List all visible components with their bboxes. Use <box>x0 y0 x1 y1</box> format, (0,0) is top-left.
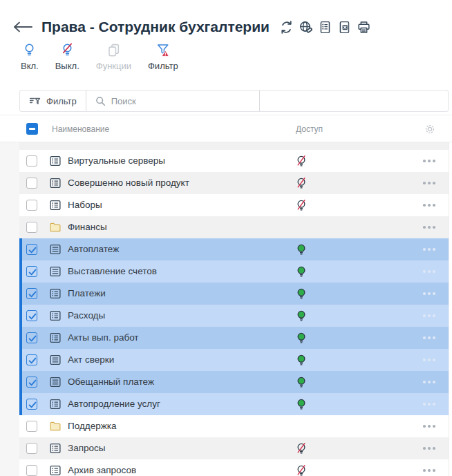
row-checkbox[interactable] <box>26 377 37 388</box>
row-actions-icon[interactable] <box>423 403 435 406</box>
folder-icon <box>49 420 62 432</box>
column-header-access: Доступ <box>296 115 323 143</box>
row-actions-icon[interactable] <box>423 204 435 207</box>
page-title: Права - Сотрудник бухгалтерии <box>41 19 270 35</box>
search-placeholder: Поиск <box>111 96 136 106</box>
checkmark-icon <box>28 400 37 410</box>
header-action-icons <box>279 20 371 35</box>
row-checkbox[interactable] <box>26 155 37 166</box>
row-checkbox[interactable] <box>26 200 37 211</box>
table-row[interactable]: Виртуальные серверы <box>19 150 449 172</box>
row-label: Обещанный платеж <box>68 371 154 393</box>
row-checkbox[interactable] <box>26 443 37 454</box>
access-on-icon <box>296 310 306 322</box>
table-row[interactable]: Наборы <box>19 194 449 216</box>
enable-button[interactable]: Вкл. <box>21 43 39 71</box>
list-document-icon <box>49 177 62 189</box>
row-checkbox[interactable] <box>26 244 37 255</box>
access-off-icon <box>296 465 306 476</box>
access-off-icon <box>296 443 306 455</box>
back-arrow-icon[interactable] <box>12 21 33 33</box>
row-actions-icon[interactable] <box>423 447 435 450</box>
toolbar: Вкл. Выкл. Функции Фильтр <box>21 43 178 71</box>
row-checkbox[interactable] <box>26 310 37 321</box>
access-on-icon <box>296 332 306 344</box>
row-checkbox[interactable] <box>26 399 37 410</box>
functions-button[interactable]: Функции <box>96 43 131 71</box>
excel-export-icon[interactable] <box>337 20 352 35</box>
select-all-checkbox[interactable] <box>26 123 38 135</box>
row-label: Финансы <box>68 216 107 238</box>
column-header-name: Наименование <box>52 115 109 143</box>
row-label: Платежи <box>68 283 106 305</box>
disable-button[interactable]: Выкл. <box>55 43 79 71</box>
row-actions-icon[interactable] <box>423 336 435 339</box>
row-checkbox[interactable] <box>26 465 37 476</box>
table-row[interactable]: Автопродление услуг <box>19 393 449 415</box>
table-row[interactable]: Акт сверки <box>19 349 449 371</box>
table-row[interactable]: Поддержка <box>19 415 449 437</box>
row-actions-icon[interactable] <box>423 226 435 229</box>
table-row[interactable]: Обещанный платеж <box>19 371 449 393</box>
row-label: Виртуальные серверы <box>68 150 165 172</box>
disable-label: Выкл. <box>55 61 79 71</box>
folder-icon <box>49 221 62 234</box>
search-icon <box>95 96 106 106</box>
checkmark-icon <box>28 312 37 321</box>
row-checkbox[interactable] <box>26 421 37 432</box>
card-lines-icon <box>49 243 62 256</box>
table-row[interactable]: Акты вып. работ <box>19 327 449 349</box>
enable-label: Вкл. <box>21 61 39 71</box>
row-actions-icon[interactable] <box>423 359 435 361</box>
list-document-icon <box>49 442 62 455</box>
row-actions-icon[interactable] <box>423 182 435 184</box>
filter-button[interactable]: Фильтр <box>148 43 178 71</box>
row-actions-icon[interactable] <box>423 314 435 317</box>
row-actions-icon[interactable] <box>423 469 435 472</box>
table-spacer <box>19 142 449 150</box>
web-link-icon[interactable] <box>299 20 313 35</box>
list-document-icon <box>49 464 62 476</box>
row-checkbox[interactable] <box>26 288 37 299</box>
gear-icon[interactable] <box>424 124 435 135</box>
functions-label: Функции <box>96 61 131 71</box>
table-row[interactable]: Запросы <box>19 437 449 459</box>
access-off-icon <box>296 200 306 211</box>
access-on-icon <box>296 377 306 388</box>
print-icon[interactable] <box>357 20 371 35</box>
row-actions-icon[interactable] <box>423 292 435 295</box>
row-actions-icon[interactable] <box>423 248 435 251</box>
row-actions-icon[interactable] <box>423 381 435 383</box>
row-checkbox[interactable] <box>26 266 37 277</box>
access-on-icon <box>296 244 306 256</box>
filter-menu-button[interactable]: Фильтр <box>20 91 86 111</box>
list-document-icon <box>49 155 62 167</box>
row-actions-icon[interactable] <box>423 270 435 273</box>
search-input[interactable]: Поиск <box>86 91 259 111</box>
table-header: Наименование Доступ <box>0 115 452 142</box>
row-actions-icon[interactable] <box>423 160 435 162</box>
row-checkbox[interactable] <box>26 354 37 365</box>
row-actions-icon[interactable] <box>423 425 435 428</box>
table-row[interactable]: Совершенно новый продукт <box>19 172 449 194</box>
funnel-lines-icon <box>29 96 41 106</box>
table-row[interactable]: Выставление счетов <box>19 260 449 283</box>
row-checkbox[interactable] <box>26 332 37 343</box>
table-row[interactable]: Автоплатеж <box>19 238 449 260</box>
row-label: Автоплатеж <box>68 238 119 260</box>
table-row[interactable]: Архив запросов <box>19 459 449 476</box>
table-row[interactable]: Финансы <box>19 216 449 238</box>
row-label: Совершенно новый продукт <box>68 172 189 194</box>
card-lines-icon <box>49 354 62 366</box>
table-row[interactable]: Расходы <box>19 305 449 327</box>
report-icon[interactable] <box>318 20 332 35</box>
table-row[interactable]: Платежи <box>19 283 449 305</box>
checkmark-icon <box>28 245 37 255</box>
filter-label: Фильтр <box>148 61 178 71</box>
access-on-icon <box>296 399 306 410</box>
bulb-off-icon <box>60 43 75 57</box>
row-checkbox[interactable] <box>26 178 37 189</box>
row-checkbox[interactable] <box>26 222 37 233</box>
refresh-icon[interactable] <box>279 20 294 35</box>
row-label: Акт сверки <box>68 349 114 371</box>
